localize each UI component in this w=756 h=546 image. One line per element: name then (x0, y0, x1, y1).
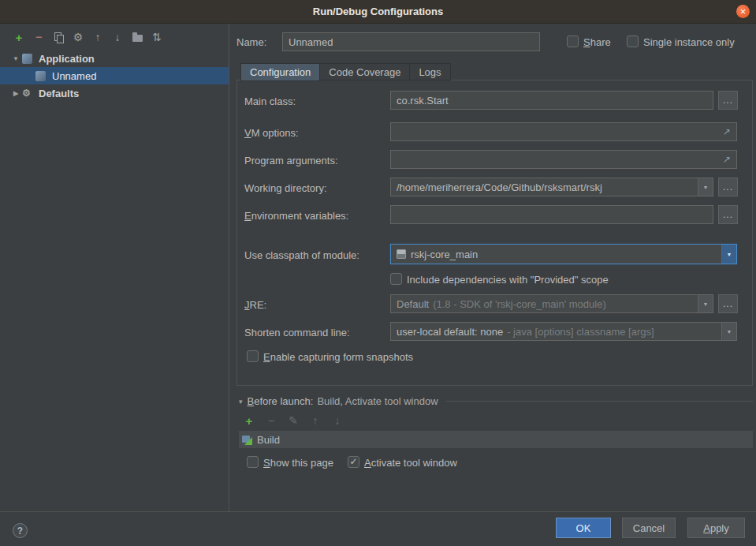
create-folder-button[interactable] (131, 31, 143, 43)
edit-defaults-button[interactable]: ⚙ (72, 31, 84, 43)
close-icon: × (740, 6, 747, 17)
tab-code-coverage[interactable]: Code Coverage (319, 63, 410, 80)
expand-field-icon[interactable]: ↗ (723, 154, 731, 165)
module-icon (397, 249, 406, 259)
activate-tool-window-label: Activate tool window (364, 457, 457, 469)
build-item-label: Build (257, 434, 280, 446)
environment-variables-label: Environment variables: (244, 210, 348, 222)
before-launch-remove-button[interactable]: − (265, 414, 277, 427)
shorten-command-combo[interactable]: user-local default: none - java [options… (390, 322, 737, 341)
sort-configurations-button[interactable]: ⇅ (151, 31, 163, 43)
program-arguments-label: Program arguments: (244, 155, 338, 166)
tab-logs[interactable]: Logs (409, 63, 450, 80)
copy-configuration-button[interactable] (52, 31, 65, 43)
classpath-module-dropdown-button[interactable]: ▼ (721, 245, 736, 264)
check-icon: ✓ (349, 457, 357, 466)
apply-button[interactable]: Apply (687, 518, 745, 538)
environment-variables-browse-button[interactable]: ... (718, 205, 738, 224)
arrow-down-icon: ↓ (115, 31, 121, 43)
move-down-button[interactable]: ↓ (111, 31, 124, 43)
configurations-tree: ▼ Application Unnamed ▶ ⚙ Defaults (0, 50, 229, 102)
jre-browse-button[interactable]: ... (718, 294, 738, 313)
classpath-module-combo[interactable]: rskj-core_main ▼ (390, 244, 737, 264)
arrow-up-icon: ↑ (95, 31, 101, 43)
main-class-browse-button[interactable]: ... (718, 91, 738, 110)
copy-icon (54, 32, 63, 43)
remove-icon: − (268, 414, 274, 427)
application-icon (35, 71, 46, 81)
name-label: Name: (236, 36, 266, 48)
working-directory-dropdown-button[interactable]: ▼ (698, 178, 713, 196)
remove-icon: − (35, 31, 42, 43)
program-arguments-input[interactable]: ↗ (390, 150, 737, 169)
add-icon: + (246, 414, 253, 428)
expand-field-icon[interactable]: ↗ (723, 126, 731, 137)
vm-options-input[interactable]: ↗ (390, 122, 737, 141)
folder-icon (132, 35, 143, 42)
chevron-down-icon: ▼ (703, 185, 709, 190)
section-collapse-icon[interactable]: ▾ (239, 398, 243, 406)
before-launch-toolbar: + − ✎ ↑ ↓ (243, 414, 344, 427)
chevron-down-icon: ▼ (727, 252, 732, 257)
tree-item-label: Unnamed (52, 70, 96, 82)
before-launch-summary: Build, Activate tool window (317, 395, 438, 407)
tab-configuration[interactable]: Configuration (240, 63, 320, 81)
show-this-page-checkbox[interactable] (247, 456, 259, 468)
shorten-command-label: Shorten command line: (244, 327, 350, 338)
add-configuration-button[interactable]: + (13, 31, 25, 43)
before-launch-section-header[interactable]: ▾ Before launch: Build, Activate tool wi… (239, 395, 753, 407)
shorten-command-hint: - java [options] classname [args] (507, 326, 654, 338)
sort-icon: ⇅ (152, 31, 162, 43)
before-launch-edit-button[interactable]: ✎ (287, 414, 300, 427)
tree-item-defaults[interactable]: ▶ ⚙ Defaults (0, 84, 229, 102)
share-checkbox[interactable] (567, 36, 579, 47)
name-value: Unnamed (289, 36, 333, 48)
section-divider (446, 401, 753, 402)
environment-variables-input[interactable] (390, 205, 713, 224)
use-classpath-label: Use classpath of module: (244, 249, 359, 261)
include-provided-label: Include dependencies with "Provided" sco… (407, 274, 609, 286)
tree-item-label: Defaults (39, 88, 79, 99)
jre-dropdown-button[interactable]: ▼ (698, 295, 713, 312)
tree-item-application[interactable]: ▼ Application (0, 50, 229, 67)
working-directory-browse-button[interactable]: ... (718, 178, 738, 196)
tree-item-unnamed[interactable]: Unnamed (0, 67, 229, 84)
sidebar-toolbar: + − ⚙ ↑ ↓ ⇅ (0, 24, 229, 48)
close-button[interactable]: × (736, 5, 750, 18)
wrench-icon: ⚙ (22, 88, 31, 98)
capture-snapshots-checkbox[interactable] (247, 350, 259, 362)
before-launch-move-up-button[interactable]: ↑ (309, 414, 322, 427)
working-directory-value: /home/meriherrera/Code/Github/rsksmart/r… (397, 181, 602, 193)
move-up-button[interactable]: ↑ (91, 31, 104, 43)
chevron-down-icon[interactable]: ▼ (9, 55, 22, 62)
jre-label: JRE: (244, 299, 266, 311)
single-instance-checkbox[interactable] (627, 36, 639, 47)
before-launch-item-build[interactable]: Build (239, 431, 753, 448)
chevron-right-icon[interactable]: ▶ (9, 90, 22, 97)
working-directory-label: Working directory: (244, 182, 327, 194)
working-directory-combo[interactable]: /home/meriherrera/Code/Github/rsksmart/r… (390, 178, 713, 196)
jre-combo[interactable]: Default (1.8 - SDK of 'rskj-core_main' m… (390, 294, 713, 313)
main-class-input[interactable]: co.rsk.Start (390, 91, 713, 110)
shorten-command-dropdown-button[interactable]: ▼ (721, 323, 736, 340)
before-launch-title: Before launch: (248, 395, 314, 407)
name-input[interactable]: Unnamed (282, 32, 540, 51)
dialog-title: Run/Debug Configurations (313, 6, 443, 17)
chevron-down-icon: ▼ (703, 301, 709, 307)
ok-button[interactable]: OK (556, 518, 611, 538)
application-icon (22, 54, 32, 64)
add-icon: + (16, 31, 23, 44)
help-icon: ? (17, 525, 23, 537)
help-button[interactable]: ? (13, 523, 28, 538)
activate-tool-window-checkbox[interactable]: ✓ (348, 456, 359, 468)
include-provided-checkbox[interactable] (390, 273, 402, 285)
share-label: Share (583, 36, 611, 48)
chevron-down-icon: ▼ (727, 329, 732, 335)
gear-icon: ⚙ (73, 31, 84, 43)
vm-options-label: VM options: (244, 127, 299, 139)
remove-configuration-button[interactable]: − (32, 31, 45, 43)
before-launch-move-down-button[interactable]: ↓ (331, 414, 344, 427)
cancel-button[interactable]: Cancel (622, 518, 676, 538)
before-launch-add-button[interactable]: + (243, 414, 255, 427)
shorten-command-value: user-local default: none (397, 326, 503, 338)
